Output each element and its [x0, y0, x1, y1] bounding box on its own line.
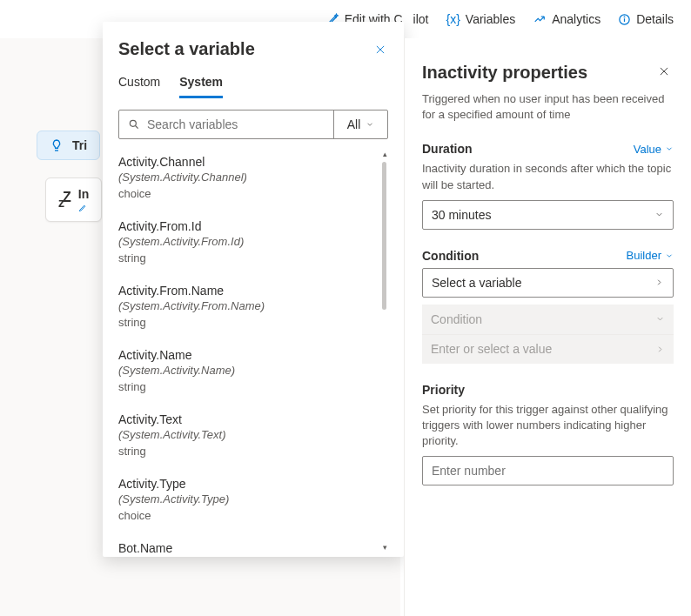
details-command[interactable]: Details: [618, 12, 674, 26]
variables-command[interactable]: {x} Variables: [446, 12, 515, 26]
priority-input[interactable]: [432, 464, 664, 478]
chevron-right-icon: [654, 278, 664, 287]
duration-desc: Inactivity duration in seconds after whi…: [422, 161, 674, 192]
chevron-down-icon: [665, 251, 674, 260]
search-icon: [128, 118, 140, 131]
filter-dropdown[interactable]: All: [333, 110, 387, 138]
lightbulb-icon: [50, 138, 64, 152]
scroll-thumb[interactable]: [382, 162, 386, 310]
select-variable-picker[interactable]: Select a variable: [422, 268, 674, 298]
chevron-down-icon: [366, 120, 374, 129]
variables-label: Variables: [466, 12, 515, 26]
priority-field[interactable]: [422, 456, 674, 485]
duration-label: Duration: [422, 142, 473, 156]
variable-item[interactable]: Activity.From.Name (System.Activity.From…: [118, 273, 376, 338]
filter-label: All: [347, 117, 361, 131]
panel-title: Select a variable: [118, 39, 255, 59]
condition-operator-label: Condition: [431, 312, 482, 326]
duration-dropdown[interactable]: 30 minutes: [422, 200, 674, 230]
chevron-down-icon: [654, 210, 664, 219]
variable-item[interactable]: Activity.Type (System.Activity.Type) cho…: [118, 466, 376, 531]
search-input[interactable]: [147, 117, 325, 131]
variables-icon: {x}: [446, 12, 460, 26]
close-button[interactable]: [372, 42, 388, 57]
condition-section: Condition Builder Select a variable Cond…: [422, 249, 674, 364]
pencil-icon: [78, 203, 89, 212]
priority-label: Priority: [422, 383, 465, 397]
properties-subtitle: Triggered when no user input has been re…: [422, 91, 674, 123]
tab-custom[interactable]: Custom: [118, 75, 160, 98]
select-variable-label: Select a variable: [432, 276, 522, 290]
properties-title: Inactivity properties: [422, 63, 587, 83]
variable-item[interactable]: Activity.Text (System.Activity.Text) str…: [118, 402, 376, 466]
condition-value-picker[interactable]: Enter or select a value: [422, 334, 674, 364]
priority-desc: Set priority for this trigger against ot…: [422, 402, 674, 450]
condition-value-placeholder: Enter or select a value: [431, 342, 552, 356]
variable-picker-panel: Select a variable Custom System All Acti…: [103, 22, 404, 557]
edit-label-right: ilot: [413, 12, 429, 26]
inactivity-node[interactable]: zZ In: [45, 177, 102, 222]
duration-section: Duration Value Inactivity duration in se…: [422, 142, 674, 229]
variable-item[interactable]: Activity.Name (System.Activity.Name) str…: [118, 338, 376, 402]
analytics-command[interactable]: Analytics: [533, 12, 600, 26]
condition-mode-toggle[interactable]: Builder: [627, 249, 674, 262]
scroll-down-icon[interactable]: ▾: [381, 543, 388, 552]
analytics-icon: [533, 13, 547, 25]
details-label: Details: [636, 12, 674, 26]
inactivity-label: In: [78, 187, 89, 201]
properties-panel: Inactivity properties Triggered when no …: [404, 38, 691, 616]
svg-line-6: [136, 126, 138, 129]
variable-item[interactable]: Activity.From.Id (System.Activity.From.I…: [118, 209, 376, 273]
sleep-icon: zZ: [58, 190, 70, 210]
analytics-label: Analytics: [552, 12, 600, 26]
svg-point-5: [130, 120, 136, 126]
condition-label: Condition: [422, 249, 479, 263]
svg-point-2: [624, 17, 625, 17]
variable-item[interactable]: Bot.Name (System.Bot.Name): [118, 531, 376, 557]
duration-mode-toggle[interactable]: Value: [634, 143, 674, 156]
duration-value: 30 minutes: [432, 208, 491, 222]
chevron-down-icon: [655, 314, 665, 324]
trigger-node[interactable]: Tri: [37, 131, 100, 160]
tab-row: Custom System: [118, 75, 388, 99]
info-icon: [618, 13, 631, 26]
search-row: All: [118, 110, 388, 139]
scrollbar[interactable]: ▴ ▾: [381, 150, 388, 552]
priority-section: Priority Set priority for this trigger a…: [422, 383, 674, 486]
close-button[interactable]: [658, 65, 674, 81]
chevron-down-icon: [665, 144, 674, 153]
tab-system[interactable]: System: [179, 75, 223, 98]
condition-operator-dropdown[interactable]: Condition: [422, 305, 674, 334]
variable-list: Activity.Channel (System.Activity.Channe…: [118, 144, 388, 557]
chevron-right-icon: [655, 345, 665, 354]
variable-item[interactable]: Activity.Channel (System.Activity.Channe…: [118, 144, 376, 209]
trigger-label: Tri: [72, 138, 87, 152]
scroll-up-icon[interactable]: ▴: [381, 150, 388, 158]
